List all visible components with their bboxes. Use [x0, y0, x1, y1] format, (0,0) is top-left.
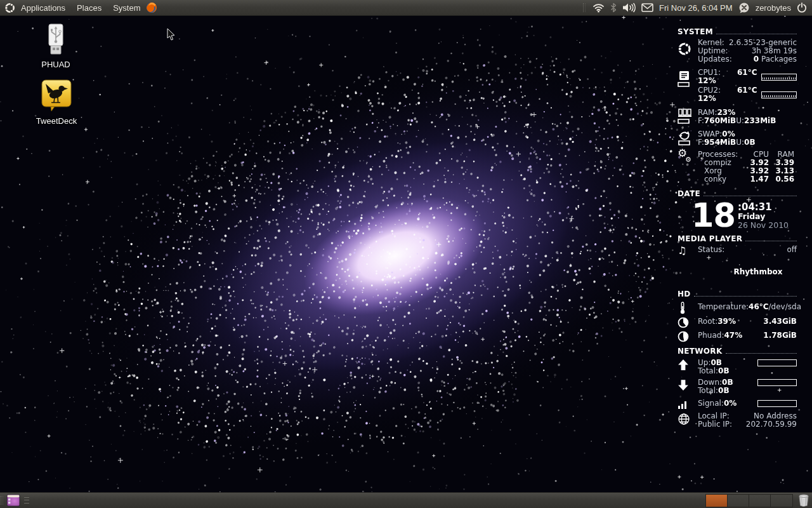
dotted-leader: [716, 34, 797, 34]
clock-label: Fri Nov 26, 6:04 PM: [659, 3, 733, 13]
disk-usage-pie-icon: [678, 330, 698, 342]
network-ip-block: Local IP:No Address Public IP:202.70.59.…: [678, 412, 797, 429]
media-status-label: Status:: [698, 246, 724, 254]
volume-icon[interactable]: [622, 3, 636, 13]
swap-free: 954MiB: [704, 138, 736, 147]
network-down-block: Down: 0B Total: 0B: [678, 378, 797, 395]
power-button-icon[interactable]: [797, 3, 807, 13]
clock[interactable]: Fri Nov 26, 6:04 PM: [659, 3, 733, 13]
mouse-cursor: [167, 28, 175, 44]
updates-count: 0: [754, 55, 759, 64]
ram-free: 760MiB: [704, 117, 736, 125]
dotted-leader: [726, 353, 797, 354]
conky-section-title: MEDIA PLAYER: [678, 235, 742, 243]
desktop-icon-tweetdeck[interactable]: TweetDeck: [26, 79, 87, 126]
cpu1-label: CPU1:: [698, 68, 721, 77]
cpu1-graph: [761, 74, 797, 81]
disk-usage-pie-icon: [678, 316, 698, 328]
show-desktop-button[interactable]: [6, 493, 20, 507]
cpu2-pct: 12%: [698, 94, 716, 103]
menu-applications-label: Applications: [21, 3, 65, 13]
updates-suffix: Packages: [759, 55, 797, 64]
window-list-handle[interactable]: [24, 497, 29, 504]
show-desktop-icon: [6, 493, 20, 507]
date-full: 26 Nov 2010: [738, 221, 789, 230]
ram-used-label: U:: [736, 117, 744, 125]
desktop[interactable]: PHUAD: [0, 16, 812, 492]
signal-bars-icon: [678, 399, 698, 409]
ram-used: 233MiB: [744, 117, 776, 125]
workspace-cell[interactable]: [728, 495, 749, 507]
upload-graph: [757, 359, 797, 366]
swap-free-label: F:: [698, 138, 704, 147]
panel-handle[interactable]: [1, 496, 3, 505]
hd-row: Phuad: 47%1.78GiB: [678, 330, 797, 342]
cpu2-graph: [761, 91, 797, 98]
swap-used: 0B: [744, 138, 756, 147]
date-time: :04:31: [738, 203, 789, 212]
swap-block: SWAP: 0% F: 954MiB U: 0B: [678, 129, 797, 147]
cpu2-label: CPU2:: [698, 86, 721, 95]
hd-row: Temperature: 46°C/dev/sda: [678, 301, 797, 314]
workspace-cell[interactable]: [749, 495, 771, 507]
trash-button[interactable]: [798, 494, 809, 507]
tweetdeck-bird-icon: [41, 103, 72, 114]
menu-system[interactable]: System: [107, 0, 146, 16]
media-status-value: off: [787, 246, 797, 254]
mail-indicator-icon[interactable]: [641, 3, 653, 12]
updates-label: Updates:: [698, 55, 732, 64]
wifi-icon[interactable]: [593, 3, 605, 13]
thermometer-icon: [678, 301, 698, 314]
conky-section-title: HD: [678, 290, 691, 298]
down-arrow-icon: [678, 378, 698, 395]
swap-used-label: U:: [736, 138, 744, 147]
desktop-icon-label: TweetDeck: [26, 116, 87, 126]
kernel-block: Kernel:2.6.35-23-generic Uptime:3h 38m 1…: [678, 39, 797, 64]
ubuntu-logo-icon: [4, 3, 15, 13]
globe-icon: [678, 412, 698, 429]
usb-drive-icon: [44, 46, 68, 57]
hd-row: Root: 39%3.43GiB: [678, 316, 797, 328]
date-weekday: Friday: [738, 212, 789, 221]
media-player-name: Rhythmbox: [674, 268, 797, 276]
screen: Applications Places System: [0, 0, 812, 508]
me-menu[interactable]: zerobytes: [756, 3, 791, 13]
ubuntu-logo-icon: [678, 39, 698, 64]
workspace-cell[interactable]: [771, 495, 792, 507]
conky-section-title: NETWORK: [678, 347, 723, 356]
workspace-cell[interactable]: [706, 495, 728, 507]
desktop-icon-label: PHUAD: [25, 60, 86, 69]
cpu2-temp: 61°C: [737, 86, 757, 95]
firefox-launcher-icon[interactable]: [146, 2, 157, 13]
conky-section-title: SYSTEM: [678, 28, 713, 36]
panel-applet-handle[interactable]: [583, 3, 586, 12]
network-signal-block: Signal: 0%: [678, 399, 797, 409]
date-block: 18 :04:31 Friday 26 Nov 2010: [691, 201, 797, 231]
download-graph: [757, 379, 797, 386]
workspace-switcher: [705, 494, 793, 507]
network-up-block: Up: 0B Total: 0B: [678, 359, 797, 375]
processes-gear-icon: ⚙⚙: [678, 150, 698, 184]
top-panel: Applications Places System: [0, 0, 812, 16]
cpu-icon: [678, 69, 698, 103]
desktop-icon-phuad[interactable]: PHUAD: [25, 23, 86, 69]
conky-system-monitor: SYSTEM Kernel:2.6.35-23-generic Uptime:3…: [674, 23, 797, 431]
music-note-icon: ♫: [678, 246, 698, 255]
cpu-block: CPU1: 12% 61°C CPU2: 12% 61°C: [678, 69, 797, 103]
dotted-leader: [694, 296, 797, 297]
bottom-panel: [0, 492, 812, 508]
me-menu-status-icon[interactable]: [738, 3, 750, 13]
ram-free-label: F:: [698, 117, 704, 125]
trash-icon: [798, 494, 809, 507]
process-row: conky 1.47 0.56: [698, 175, 797, 184]
ram-block: RAM: 23% F: 760MiB U: 233MiB: [678, 107, 797, 125]
media-status-block: ♫ Status:off: [678, 246, 797, 255]
up-arrow-icon: [678, 359, 698, 375]
bluetooth-icon[interactable]: [610, 3, 617, 13]
menu-places[interactable]: Places: [71, 0, 107, 16]
menu-places-label: Places: [77, 3, 102, 13]
cpu1-temp: 61°C: [737, 69, 757, 77]
menu-applications[interactable]: Applications: [15, 0, 71, 16]
username-label: zerobytes: [756, 3, 791, 13]
signal-graph: [757, 400, 797, 407]
